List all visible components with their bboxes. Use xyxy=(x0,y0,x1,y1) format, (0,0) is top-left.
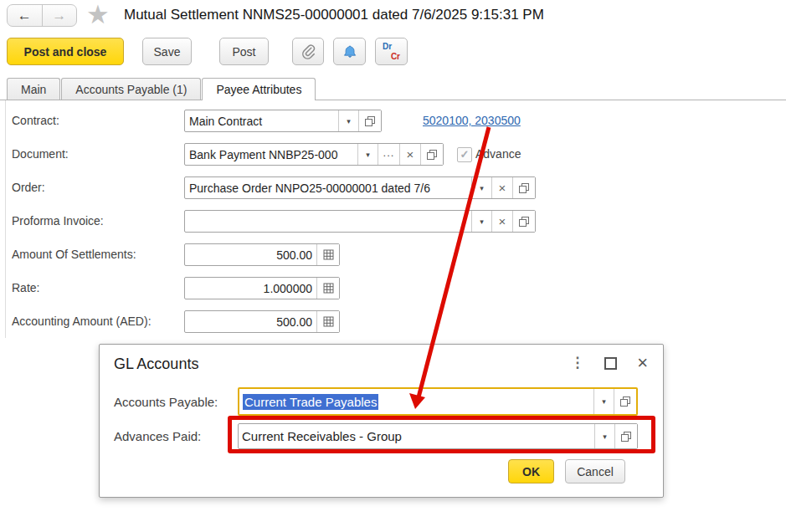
bell-icon xyxy=(342,43,358,60)
accounts-payable-value[interactable]: Current Trade Payables xyxy=(239,389,593,414)
tab-accounts-payable[interactable]: Accounts Payable (1) xyxy=(61,78,201,100)
tab-payee-attributes[interactable]: Payee Attributes xyxy=(202,78,316,100)
chevron-down-icon[interactable]: ▾ xyxy=(594,424,614,448)
contract-field: ▾ xyxy=(184,110,382,132)
open-item-icon[interactable] xyxy=(358,110,381,131)
post-button[interactable]: Post xyxy=(219,38,269,65)
calculator-icon[interactable] xyxy=(316,278,339,299)
content-left-border xyxy=(5,100,6,338)
open-item-icon[interactable] xyxy=(512,177,535,198)
proforma-invoice-input[interactable] xyxy=(185,211,471,232)
advances-paid-value[interactable]: Current Receivables - Group xyxy=(239,424,594,448)
proforma-invoice-label: Proforma Invoice: xyxy=(12,210,104,233)
open-item-icon[interactable] xyxy=(420,144,443,165)
maximize-icon[interactable] xyxy=(604,357,617,370)
page-title: Mutual Settlement NNMS25-00000001 dated … xyxy=(124,0,544,30)
gl-accounts-dialog: GL Accounts ⋮ × Accounts Payable: Curren… xyxy=(99,344,664,498)
chevron-down-icon[interactable]: ▾ xyxy=(471,211,491,232)
amount-of-settlements-field xyxy=(184,243,340,266)
contract-label: Contract: xyxy=(12,110,59,132)
rate-input[interactable] xyxy=(185,278,316,299)
advances-paid-label: Advances Paid: xyxy=(114,429,201,443)
accounting-amount-field xyxy=(184,310,340,333)
advance-checkbox[interactable]: ✓ xyxy=(457,147,472,162)
advance-checkbox-label: Advance xyxy=(475,146,521,162)
favorite-star-icon[interactable]: ★ xyxy=(86,0,110,30)
calculator-icon[interactable] xyxy=(316,311,339,332)
ok-button[interactable]: OK xyxy=(508,459,554,483)
order-label: Order: xyxy=(12,176,45,199)
selected-text: Current Trade Payables xyxy=(243,394,378,410)
more-options-icon[interactable]: ... xyxy=(378,144,399,165)
accounting-amount-label: Accounting Amount (AED): xyxy=(12,310,152,333)
document-field: ▾ ... × xyxy=(184,143,444,166)
gl-accounts-link[interactable]: 5020100, 2030500 xyxy=(423,110,521,132)
chevron-down-icon[interactable]: ▾ xyxy=(593,389,614,414)
dr-label: Dr xyxy=(383,42,392,51)
attachments-button[interactable] xyxy=(292,38,324,65)
amount-of-settlements-label: Amount Of Settlements: xyxy=(12,243,136,266)
clear-icon[interactable]: × xyxy=(491,177,512,198)
notifications-button[interactable] xyxy=(333,38,366,65)
accounts-payable-label: Accounts Payable: xyxy=(114,395,218,409)
history-nav: ← → xyxy=(7,4,77,27)
back-icon[interactable]: ← xyxy=(8,5,43,26)
proforma-invoice-field: ▾ × xyxy=(184,210,536,233)
clear-icon[interactable]: × xyxy=(491,211,512,232)
cr-label: Cr xyxy=(391,52,400,61)
accounting-amount-input[interactable] xyxy=(185,311,316,332)
dialog-title: GL Accounts xyxy=(114,356,198,373)
chevron-down-icon[interactable]: ▾ xyxy=(471,177,491,198)
open-item-icon[interactable] xyxy=(614,424,637,448)
post-and-close-button[interactable]: Post and close xyxy=(7,38,124,65)
forward-icon[interactable]: → xyxy=(43,5,77,26)
dr-cr-button[interactable]: Dr Cr xyxy=(375,38,408,65)
tab-bar: Main Accounts Payable (1) Payee Attribut… xyxy=(0,78,786,100)
open-item-icon[interactable] xyxy=(614,389,636,414)
open-item-icon[interactable] xyxy=(512,211,535,232)
clear-icon[interactable]: × xyxy=(399,144,420,165)
accounts-payable-field: Current Trade Payables ▾ xyxy=(238,387,638,416)
advances-paid-field: Current Receivables - Group ▾ xyxy=(238,423,638,449)
paperclip-icon xyxy=(300,43,316,60)
document-label: Document: xyxy=(12,143,69,166)
contract-input[interactable] xyxy=(185,110,338,131)
calculator-icon[interactable] xyxy=(316,244,339,265)
document-input[interactable] xyxy=(185,144,357,165)
rate-field xyxy=(184,277,340,299)
amount-of-settlements-input[interactable] xyxy=(185,244,316,265)
kebab-menu-icon[interactable]: ⋮ xyxy=(570,355,584,371)
save-button[interactable]: Save xyxy=(142,38,192,65)
chevron-down-icon[interactable]: ▾ xyxy=(338,110,358,131)
order-field: ▾ × xyxy=(184,176,536,199)
tab-main[interactable]: Main xyxy=(7,78,60,100)
rate-label: Rate: xyxy=(12,277,39,299)
cancel-button[interactable]: Cancel xyxy=(565,459,625,483)
mutual-settlement-window: ← → ★ Mutual Settlement NNMS25-00000001 … xyxy=(0,0,786,532)
order-input[interactable] xyxy=(185,177,471,198)
close-icon[interactable]: × xyxy=(637,355,648,371)
dialog-controls: ⋮ × xyxy=(570,355,648,371)
chevron-down-icon[interactable]: ▾ xyxy=(357,144,378,165)
